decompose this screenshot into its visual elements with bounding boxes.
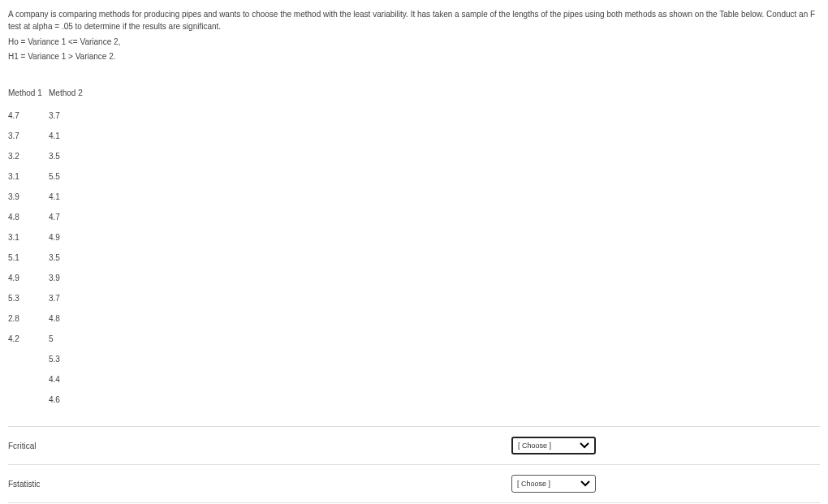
table-cell: 5.1	[8, 253, 49, 262]
table-row: 3.94.1	[8, 187, 820, 207]
table-cell: 3.9	[8, 192, 49, 201]
table-header-row: Method 1 Method 2	[8, 88, 820, 97]
table-cell: 4.2	[8, 334, 49, 343]
table-cell: 4.9	[49, 233, 89, 242]
table-row: 3.74.1	[8, 126, 820, 146]
table-row: 5.3	[8, 349, 820, 369]
table-row: 4.6	[8, 390, 820, 410]
table-row: 4.73.7	[8, 106, 820, 126]
table-cell: 4.1	[49, 131, 89, 140]
table-cell	[8, 355, 49, 364]
table-row: 5.13.5	[8, 248, 820, 268]
table-cell: 4.8	[49, 314, 89, 323]
problem-statement: A company is comparing methods for produ…	[8, 8, 820, 32]
question-fcritical-row: Fcritical [ Choose ]	[8, 426, 820, 464]
table-cell: 5	[49, 334, 89, 343]
table-cell: 5.3	[8, 294, 49, 303]
table-body: 4.73.73.74.13.23.53.15.53.94.14.84.73.14…	[8, 106, 820, 410]
table-row: 4.25	[8, 329, 820, 349]
header-method-1: Method 1	[8, 88, 49, 97]
hypothesis-h1: H1 = Variance 1 > Variance 2.	[8, 50, 820, 64]
chevron-down-icon	[580, 442, 589, 449]
dropdown-placeholder: [ Choose ]	[517, 480, 550, 488]
data-table: Method 1 Method 2 4.73.73.74.13.23.53.15…	[8, 88, 820, 410]
fcritical-dropdown[interactable]: [ Choose ]	[511, 437, 596, 454]
table-row: 3.14.9	[8, 227, 820, 248]
fstatistic-dropdown[interactable]: [ Choose ]	[511, 475, 596, 493]
hypothesis-ho: Ho = Variance 1 <= Variance 2,	[8, 35, 820, 50]
chevron-down-icon	[580, 480, 590, 487]
fstatistic-label: Fstatistic	[8, 480, 511, 489]
table-cell: 3.9	[49, 274, 89, 282]
table-cell: 3.5	[49, 152, 89, 161]
table-cell: 4.8	[8, 213, 49, 222]
header-method-2: Method 2	[49, 88, 89, 97]
dropdown-placeholder: [ Choose ]	[518, 442, 551, 450]
questions-section: Fcritical [ Choose ] Fstatistic [ Choose…	[8, 426, 820, 504]
table-row: 4.84.7	[8, 207, 820, 227]
table-row: 5.33.7	[8, 288, 820, 308]
table-cell: 5.3	[49, 355, 89, 364]
table-cell: 3.7	[49, 294, 89, 303]
table-row: 4.4	[8, 369, 820, 390]
question-fstatistic-row: Fstatistic [ Choose ]	[8, 464, 820, 502]
table-cell: 4.1	[49, 192, 89, 201]
table-cell: 3.2	[8, 152, 49, 161]
table-cell: 3.1	[8, 172, 49, 181]
table-row: 3.23.5	[8, 146, 820, 166]
table-cell: 4.9	[8, 274, 49, 282]
table-cell: 3.5	[49, 253, 89, 262]
table-row: 4.93.9	[8, 268, 820, 288]
table-cell: 4.6	[49, 395, 89, 404]
table-cell: 4.4	[49, 375, 89, 384]
table-cell: 3.7	[49, 111, 89, 120]
table-cell: 3.1	[8, 233, 49, 242]
table-cell: 5.5	[49, 172, 89, 181]
table-cell: 4.7	[49, 213, 89, 222]
table-cell: 2.8	[8, 314, 49, 323]
table-cell	[8, 375, 49, 384]
table-cell: 3.7	[8, 131, 49, 140]
table-cell	[8, 395, 49, 404]
table-row: 3.15.5	[8, 166, 820, 187]
table-row: 2.84.8	[8, 308, 820, 329]
fcritical-label: Fcritical	[8, 442, 511, 450]
table-cell: 4.7	[8, 111, 49, 120]
